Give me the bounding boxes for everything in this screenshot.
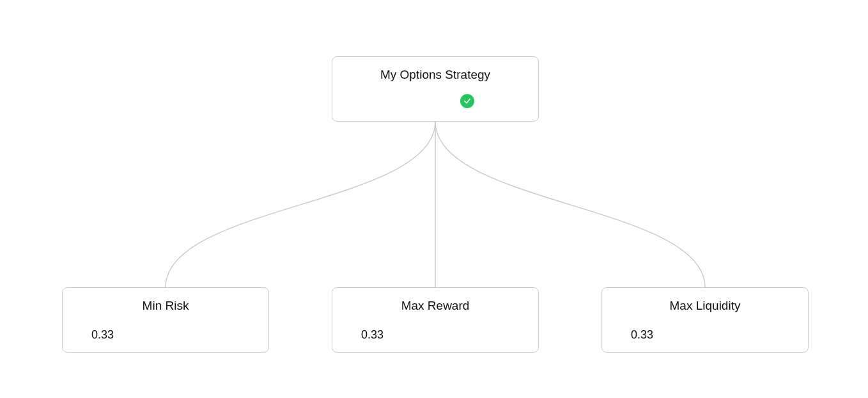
child-node-title: Max Liquidity [615,298,795,314]
child-node-title: Max Reward [345,298,525,314]
diagram-canvas[interactable]: My Options Strategy Min Risk 0.33 Max Re… [0,0,868,398]
child-node-value: 0.33 [345,328,525,342]
child-node-max-liquidity[interactable]: Max Liquidity 0.33 [601,287,809,353]
child-node-value: 0.33 [75,328,256,342]
child-node-max-reward[interactable]: Max Reward 0.33 [332,287,539,353]
edge-root-to-max-liquidity [435,122,705,287]
root-status-row [345,94,525,108]
child-node-title: Min Risk [75,298,256,314]
root-node[interactable]: My Options Strategy [332,56,539,122]
child-node-min-risk[interactable]: Min Risk 0.33 [62,287,269,353]
check-circle-icon [460,94,474,108]
root-node-title: My Options Strategy [345,67,525,83]
edge-root-to-min-risk [166,122,435,287]
child-node-value: 0.33 [615,328,795,342]
